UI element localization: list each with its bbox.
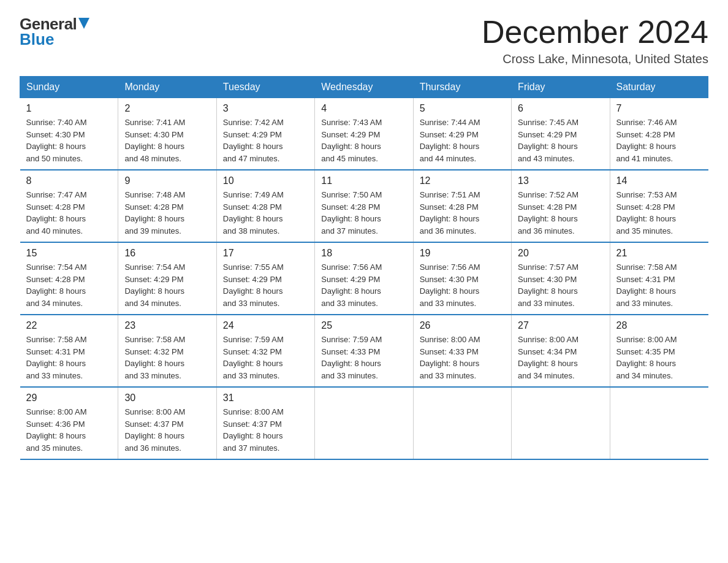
day-info: Sunrise: 7:45 AMSunset: 4:29 PMDaylight:… [518, 117, 603, 164]
header-friday: Friday [512, 77, 610, 98]
day-info: Sunrise: 7:53 AMSunset: 4:28 PMDaylight:… [616, 189, 702, 237]
day-info: Sunrise: 7:41 AMSunset: 4:30 PMDaylight:… [124, 117, 210, 164]
day-info: Sunrise: 7:59 AMSunset: 4:33 PMDaylight:… [321, 334, 406, 381]
day-number: 11 [321, 175, 406, 186]
logo-text-blue: Blue [20, 30, 54, 49]
cell-week4-day4: 26Sunrise: 8:00 AMSunset: 4:33 PMDayligh… [413, 315, 511, 387]
day-number: 28 [616, 320, 702, 331]
day-info: Sunrise: 7:56 AMSunset: 4:30 PMDaylight:… [420, 261, 505, 309]
day-info: Sunrise: 8:00 AMSunset: 4:35 PMDaylight:… [616, 334, 702, 381]
day-info: Sunrise: 7:57 AMSunset: 4:30 PMDaylight:… [518, 261, 603, 309]
day-number: 18 [321, 248, 406, 259]
week-row-3: 15Sunrise: 7:54 AMSunset: 4:28 PMDayligh… [20, 242, 708, 315]
week-row-1: 1Sunrise: 7:40 AMSunset: 4:30 PMDaylight… [20, 98, 708, 170]
cell-week1-day2: 3Sunrise: 7:42 AMSunset: 4:29 PMDaylight… [216, 98, 314, 170]
cell-week5-day4 [413, 387, 511, 459]
header-thursday: Thursday [413, 77, 511, 98]
cell-week3-day6: 21Sunrise: 7:58 AMSunset: 4:31 PMDayligh… [610, 242, 708, 315]
cell-week4-day6: 28Sunrise: 8:00 AMSunset: 4:35 PMDayligh… [610, 315, 708, 387]
title-block: December 2024 Cross Lake, Minnesota, Uni… [482, 15, 708, 66]
day-info: Sunrise: 7:59 AMSunset: 4:32 PMDaylight:… [223, 334, 308, 381]
logo-triangle-icon [78, 18, 89, 30]
day-number: 6 [518, 103, 603, 114]
day-number: 8 [26, 175, 112, 186]
cell-week2-day5: 13Sunrise: 7:52 AMSunset: 4:28 PMDayligh… [512, 170, 610, 242]
day-info: Sunrise: 7:50 AMSunset: 4:28 PMDaylight:… [321, 189, 406, 237]
day-info: Sunrise: 7:58 AMSunset: 4:31 PMDaylight:… [616, 261, 702, 309]
cell-week5-day3 [315, 387, 413, 459]
cell-week5-day1: 30Sunrise: 8:00 AMSunset: 4:37 PMDayligh… [118, 387, 216, 459]
cell-week3-day1: 16Sunrise: 7:54 AMSunset: 4:29 PMDayligh… [118, 242, 216, 315]
day-info: Sunrise: 7:44 AMSunset: 4:29 PMDaylight:… [420, 117, 505, 164]
cell-week3-day5: 20Sunrise: 7:57 AMSunset: 4:30 PMDayligh… [512, 242, 610, 315]
day-number: 20 [518, 248, 603, 259]
day-number: 1 [26, 103, 112, 114]
day-number: 13 [518, 175, 603, 186]
day-number: 30 [124, 393, 210, 404]
header-tuesday: Tuesday [216, 77, 314, 98]
day-number: 12 [420, 175, 505, 186]
day-info: Sunrise: 7:58 AMSunset: 4:31 PMDaylight:… [26, 334, 112, 381]
day-number: 23 [124, 320, 210, 331]
day-number: 3 [223, 103, 308, 114]
day-info: Sunrise: 7:47 AMSunset: 4:28 PMDaylight:… [26, 189, 112, 237]
cell-week5-day0: 29Sunrise: 8:00 AMSunset: 4:36 PMDayligh… [20, 387, 118, 459]
cell-week5-day2: 31Sunrise: 8:00 AMSunset: 4:37 PMDayligh… [216, 387, 314, 459]
cell-week1-day5: 6Sunrise: 7:45 AMSunset: 4:29 PMDaylight… [512, 98, 610, 170]
day-number: 5 [420, 103, 505, 114]
week-row-4: 22Sunrise: 7:58 AMSunset: 4:31 PMDayligh… [20, 315, 708, 387]
day-number: 2 [124, 103, 210, 114]
day-number: 25 [321, 320, 406, 331]
svg-marker-0 [78, 18, 89, 29]
day-info: Sunrise: 7:58 AMSunset: 4:32 PMDaylight:… [124, 334, 210, 381]
cell-week4-day1: 23Sunrise: 7:58 AMSunset: 4:32 PMDayligh… [118, 315, 216, 387]
day-number: 17 [223, 248, 308, 259]
day-number: 21 [616, 248, 702, 259]
day-number: 16 [124, 248, 210, 259]
cell-week3-day3: 18Sunrise: 7:56 AMSunset: 4:29 PMDayligh… [315, 242, 413, 315]
page-header: General Blue December 2024 Cross Lake, M… [20, 15, 708, 66]
cell-week4-day5: 27Sunrise: 8:00 AMSunset: 4:34 PMDayligh… [512, 315, 610, 387]
day-number: 9 [124, 175, 210, 186]
cell-week4-day3: 25Sunrise: 7:59 AMSunset: 4:33 PMDayligh… [315, 315, 413, 387]
cell-week4-day2: 24Sunrise: 7:59 AMSunset: 4:32 PMDayligh… [216, 315, 314, 387]
day-info: Sunrise: 7:43 AMSunset: 4:29 PMDaylight:… [321, 117, 406, 164]
day-info: Sunrise: 8:00 AMSunset: 4:37 PMDaylight:… [223, 406, 308, 454]
day-info: Sunrise: 7:54 AMSunset: 4:29 PMDaylight:… [124, 261, 210, 309]
day-info: Sunrise: 8:00 AMSunset: 4:34 PMDaylight:… [518, 334, 603, 381]
day-info: Sunrise: 7:56 AMSunset: 4:29 PMDaylight:… [321, 261, 406, 309]
header-sunday: Sunday [20, 77, 118, 98]
cell-week1-day1: 2Sunrise: 7:41 AMSunset: 4:30 PMDaylight… [118, 98, 216, 170]
day-info: Sunrise: 8:00 AMSunset: 4:33 PMDaylight:… [420, 334, 505, 381]
cell-week1-day0: 1Sunrise: 7:40 AMSunset: 4:30 PMDaylight… [20, 98, 118, 170]
cell-week3-day2: 17Sunrise: 7:55 AMSunset: 4:29 PMDayligh… [216, 242, 314, 315]
week-row-2: 8Sunrise: 7:47 AMSunset: 4:28 PMDaylight… [20, 170, 708, 242]
day-info: Sunrise: 7:46 AMSunset: 4:28 PMDaylight:… [616, 117, 702, 164]
cell-week1-day3: 4Sunrise: 7:43 AMSunset: 4:29 PMDaylight… [315, 98, 413, 170]
day-number: 24 [223, 320, 308, 331]
day-number: 22 [26, 320, 112, 331]
day-number: 29 [26, 393, 112, 404]
cell-week2-day6: 14Sunrise: 7:53 AMSunset: 4:28 PMDayligh… [610, 170, 708, 242]
cell-week4-day0: 22Sunrise: 7:58 AMSunset: 4:31 PMDayligh… [20, 315, 118, 387]
day-info: Sunrise: 8:00 AMSunset: 4:37 PMDaylight:… [124, 406, 210, 454]
day-info: Sunrise: 7:42 AMSunset: 4:29 PMDaylight:… [223, 117, 308, 164]
day-number: 15 [26, 248, 112, 259]
day-number: 14 [616, 175, 702, 186]
cell-week5-day5 [512, 387, 610, 459]
location-title: Cross Lake, Minnesota, United States [482, 52, 708, 66]
day-number: 26 [420, 320, 505, 331]
day-number: 19 [420, 248, 505, 259]
day-number: 4 [321, 103, 406, 114]
day-number: 27 [518, 320, 603, 331]
day-number: 7 [616, 103, 702, 114]
cell-week2-day3: 11Sunrise: 7:50 AMSunset: 4:28 PMDayligh… [315, 170, 413, 242]
day-number: 10 [223, 175, 308, 186]
logo: General Blue [20, 15, 89, 49]
cell-week2-day4: 12Sunrise: 7:51 AMSunset: 4:28 PMDayligh… [413, 170, 511, 242]
cell-week5-day6 [610, 387, 708, 459]
week-row-5: 29Sunrise: 8:00 AMSunset: 4:36 PMDayligh… [20, 387, 708, 459]
day-info: Sunrise: 7:55 AMSunset: 4:29 PMDaylight:… [223, 261, 308, 309]
header-monday: Monday [118, 77, 216, 98]
cell-week3-day4: 19Sunrise: 7:56 AMSunset: 4:30 PMDayligh… [413, 242, 511, 315]
